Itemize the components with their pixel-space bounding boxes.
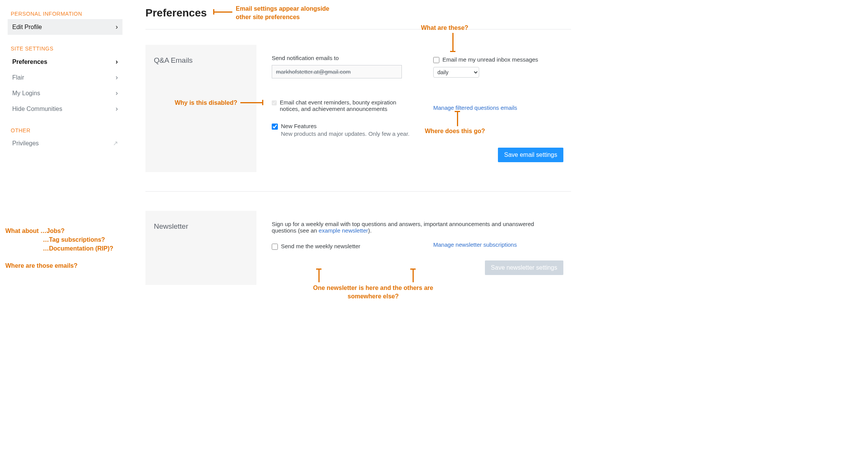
new-features-subtitle: New products and major updates. Only few…: [281, 130, 418, 137]
qna-emails-block: Q&A Emails Send notification emails to m…: [145, 45, 571, 172]
section-heading-newsletter: Newsletter: [154, 222, 248, 231]
example-newsletter-link[interactable]: example newsletter: [319, 227, 368, 234]
send-to-label: Send notification emails to: [272, 55, 418, 61]
unread-inbox-checkbox[interactable]: [433, 57, 439, 63]
divider: [145, 29, 571, 29]
newsletter-description: Sign up for a weekly email with top ques…: [272, 221, 555, 234]
weekly-newsletter-checkbox[interactable]: [272, 244, 278, 250]
save-email-settings-button[interactable]: Save email settings: [498, 148, 563, 162]
annotation-tick: [262, 100, 263, 105]
section-heading-qna: Q&A Emails: [154, 56, 248, 65]
reminders-label: Email chat event reminders, bounty expir…: [280, 99, 402, 112]
sidebar-item-flair[interactable]: Flair ›: [8, 70, 122, 85]
chevron-right-icon: ›: [116, 23, 118, 31]
section-site-settings: Site Settings: [11, 46, 122, 52]
page-title: Preferences: [145, 7, 207, 19]
sidebar-item-label: Edit Profile: [12, 24, 42, 31]
sidebar-item-privileges[interactable]: Privileges ↗: [8, 136, 122, 151]
weekly-newsletter-label: Send me the weekly newsletter: [281, 243, 361, 249]
external-link-icon: ↗: [113, 140, 118, 147]
new-features-checkbox[interactable]: [272, 124, 278, 130]
section-other: Other: [11, 127, 122, 133]
sidebar-item-label: Flair: [12, 74, 24, 81]
new-features-title: New Features: [281, 123, 317, 129]
sidebar-item-preferences[interactable]: Preferences ›: [8, 54, 122, 70]
main-content: Preferences Q&A Emails Send notification…: [122, 0, 571, 285]
unread-inbox-label: Email me my unread inbox messages: [442, 56, 538, 63]
settings-sidebar: Personal Information Edit Profile › Site…: [8, 0, 122, 285]
manage-newsletter-subs-link[interactable]: Manage newsletter subscriptions: [433, 241, 517, 248]
chevron-right-icon: ›: [116, 73, 118, 81]
annotation-tick: [213, 9, 214, 15]
notification-email-input[interactable]: markhofstetter.at@gmail.com: [272, 65, 402, 78]
sidebar-item-hide-communities[interactable]: Hide Communities ›: [8, 101, 122, 117]
manage-filtered-link[interactable]: Manage filtered questions emails: [433, 104, 517, 111]
save-newsletter-settings-button: Save newsletter settings: [485, 260, 563, 275]
sidebar-item-label: Preferences: [12, 59, 47, 65]
sidebar-item-edit-profile[interactable]: Edit Profile ›: [8, 19, 122, 35]
chevron-right-icon: ›: [116, 89, 118, 97]
newsletter-block: Newsletter Sign up for a weekly email wi…: [145, 211, 571, 285]
unread-frequency-select[interactable]: daily: [433, 67, 479, 78]
sidebar-item-label: Hide Communities: [12, 106, 62, 112]
chevron-right-icon: ›: [116, 58, 118, 66]
reminders-checkbox: [272, 100, 277, 106]
sidebar-item-label: Privileges: [12, 140, 39, 147]
section-personal-information: Personal Information: [11, 11, 122, 17]
divider: [145, 191, 571, 192]
sidebar-item-label: My Logins: [12, 90, 40, 97]
chevron-right-icon: ›: [116, 105, 118, 113]
sidebar-item-my-logins[interactable]: My Logins ›: [8, 85, 122, 101]
